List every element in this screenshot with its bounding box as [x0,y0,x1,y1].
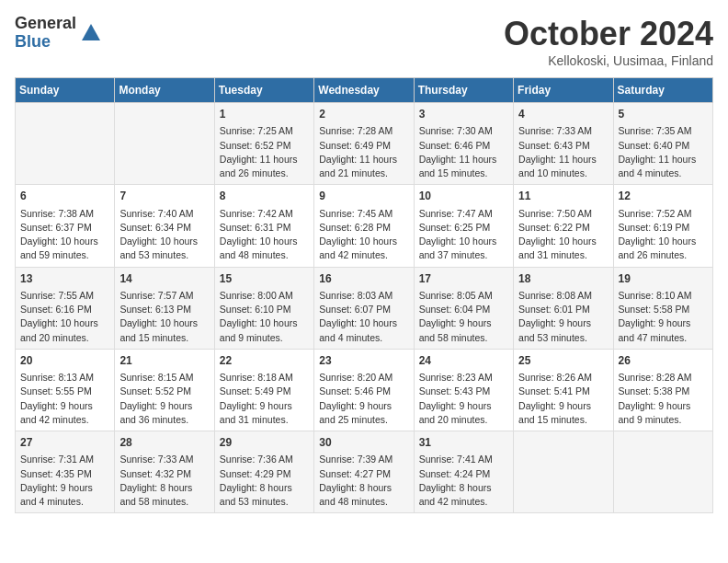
daylight-text: and 15 minutes. [518,414,587,425]
sunset-text: Sunset: 6:07 PM [319,304,391,315]
sunset-text: Sunset: 6:01 PM [518,304,590,315]
sunset-text: Sunset: 6:34 PM [119,222,191,233]
sunrise-text: Sunrise: 7:33 AM [518,125,592,136]
calendar-cell: 23Sunrise: 8:20 AMSunset: 5:46 PMDayligh… [314,349,414,431]
daylight-text: and 15 minutes. [419,167,488,178]
sunset-text: Sunset: 6:46 PM [419,140,491,151]
calendar-header-row: SundayMondayTuesdayWednesdayThursdayFrid… [16,78,713,103]
calendar-cell [514,431,613,513]
sunset-text: Sunset: 6:16 PM [20,304,92,315]
page-header: General Blue October 2024 Kellokoski, Uu… [15,15,713,68]
daylight-text: and 26 minutes. [619,249,688,260]
calendar-cell: 22Sunrise: 8:18 AMSunset: 5:49 PMDayligh… [214,349,313,431]
calendar-cell: 27Sunrise: 7:31 AMSunset: 4:35 PMDayligh… [16,431,115,513]
logo-icon [80,22,102,44]
calendar-week-row: 27Sunrise: 7:31 AMSunset: 4:35 PMDayligh… [16,431,713,513]
day-number: 8 [220,189,309,204]
day-number: 2 [319,107,408,122]
column-header-saturday: Saturday [613,78,712,103]
sunset-text: Sunset: 5:58 PM [619,304,690,315]
sunset-text: Sunset: 6:10 PM [220,304,291,315]
day-number: 18 [518,271,608,287]
sunset-text: Sunset: 4:24 PM [419,468,491,479]
daylight-text: and 58 minutes. [119,496,188,507]
sunset-text: Sunset: 6:49 PM [319,140,391,151]
calendar-cell: 15Sunrise: 8:00 AMSunset: 6:10 PMDayligh… [214,267,313,349]
daylight-text: Daylight: 10 hours [119,236,198,247]
column-header-monday: Monday [115,78,214,103]
daylight-text: and 42 minutes. [319,249,388,260]
sunrise-text: Sunrise: 7:36 AM [220,454,293,465]
day-number: 15 [220,271,309,287]
calendar-cell [115,103,214,185]
calendar-cell: 6Sunrise: 7:38 AMSunset: 6:37 PMDaylight… [16,185,115,267]
sunrise-text: Sunrise: 7:57 AM [119,290,193,301]
daylight-text: Daylight: 9 hours [419,317,492,328]
calendar-cell: 12Sunrise: 7:52 AMSunset: 6:19 PMDayligh… [613,185,712,267]
day-number: 19 [619,271,708,287]
sunrise-text: Sunrise: 8:05 AM [419,290,493,301]
calendar-cell: 19Sunrise: 8:10 AMSunset: 5:58 PMDayligh… [613,267,712,349]
calendar-cell: 30Sunrise: 7:39 AMSunset: 4:27 PMDayligh… [314,431,414,513]
daylight-text: and 26 minutes. [220,167,289,178]
calendar-cell: 28Sunrise: 7:33 AMSunset: 4:32 PMDayligh… [115,431,214,513]
daylight-text: and 4 minutes. [20,496,84,507]
daylight-text: Daylight: 9 hours [20,482,93,493]
daylight-text: Daylight: 10 hours [20,236,98,247]
sunset-text: Sunset: 4:35 PM [20,468,92,479]
daylight-text: and 31 minutes. [220,414,289,425]
sunrise-text: Sunrise: 7:52 AM [619,208,692,219]
sunrise-text: Sunrise: 7:35 AM [619,125,692,136]
day-number: 1 [220,107,309,122]
day-number: 22 [220,353,309,369]
daylight-text: and 53 minutes. [220,496,289,507]
daylight-text: Daylight: 11 hours [319,154,397,165]
logo-general: General [15,15,76,33]
sunset-text: Sunset: 6:13 PM [119,304,191,315]
calendar-cell [16,103,115,185]
daylight-text: and 59 minutes. [20,249,89,260]
calendar-cell: 7Sunrise: 7:40 AMSunset: 6:34 PMDaylight… [115,185,214,267]
daylight-text: Daylight: 9 hours [119,400,192,411]
sunset-text: Sunset: 6:52 PM [220,140,291,151]
daylight-text: and 9 minutes. [619,414,682,425]
sunrise-text: Sunrise: 8:18 AM [220,372,293,383]
title-section: October 2024 Kellokoski, Uusimaa, Finlan… [504,15,713,68]
sunset-text: Sunset: 6:04 PM [419,304,491,315]
logo-blue: Blue [15,33,76,52]
day-number: 30 [319,435,408,451]
sunrise-text: Sunrise: 7:42 AM [220,208,293,219]
day-number: 24 [419,353,508,369]
calendar-cell: 5Sunrise: 7:35 AMSunset: 6:40 PMDaylight… [613,103,712,185]
column-header-wednesday: Wednesday [314,78,414,103]
sunrise-text: Sunrise: 7:31 AM [20,454,94,465]
calendar-cell: 10Sunrise: 7:47 AMSunset: 6:25 PMDayligh… [414,185,513,267]
day-number: 29 [220,435,309,451]
day-number: 14 [119,271,209,287]
sunset-text: Sunset: 6:31 PM [220,222,291,233]
sunrise-text: Sunrise: 8:13 AM [20,372,94,383]
daylight-text: Daylight: 10 hours [20,317,98,328]
calendar-cell: 17Sunrise: 8:05 AMSunset: 6:04 PMDayligh… [414,267,513,349]
sunrise-text: Sunrise: 8:08 AM [518,290,592,301]
svg-marker-0 [82,24,100,40]
location-subtitle: Kellokoski, Uusimaa, Finland [504,53,713,68]
daylight-text: Daylight: 9 hours [419,400,492,411]
calendar-week-row: 13Sunrise: 7:55 AMSunset: 6:16 PMDayligh… [16,267,713,349]
day-number: 5 [619,107,708,122]
column-header-tuesday: Tuesday [214,78,313,103]
sunrise-text: Sunrise: 7:45 AM [319,208,392,219]
daylight-text: and 9 minutes. [220,332,283,343]
calendar-cell: 11Sunrise: 7:50 AMSunset: 6:22 PMDayligh… [514,185,613,267]
sunrise-text: Sunrise: 8:26 AM [518,372,592,383]
daylight-text: Daylight: 10 hours [518,236,597,247]
day-number: 13 [20,271,109,287]
sunset-text: Sunset: 6:37 PM [20,222,92,233]
day-number: 6 [20,189,109,204]
sunset-text: Sunset: 5:43 PM [419,385,491,396]
day-number: 11 [518,189,608,204]
daylight-text: and 4 minutes. [319,332,382,343]
calendar-cell: 4Sunrise: 7:33 AMSunset: 6:43 PMDaylight… [514,103,613,185]
daylight-text: and 36 minutes. [119,414,188,425]
day-number: 17 [419,271,508,287]
